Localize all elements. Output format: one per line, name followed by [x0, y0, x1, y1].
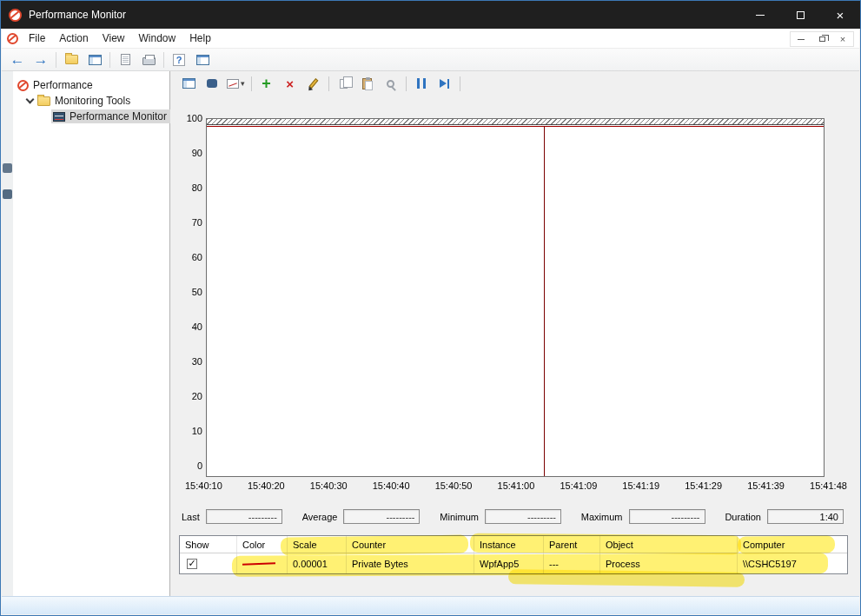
counter-line-private-bytes: [207, 126, 824, 127]
update-data-button[interactable]: [436, 75, 454, 92]
toolbar-separator: [406, 76, 407, 91]
back-arrow-icon: ←: [10, 52, 25, 67]
folder-up-icon: [65, 55, 78, 64]
new-window-button[interactable]: [194, 51, 211, 69]
maximum-label: Maximum: [581, 512, 623, 522]
stats-strip: Last --------- Average --------- Minimum…: [182, 509, 844, 524]
console-tree-icon: [89, 55, 102, 65]
close-icon: ×: [837, 8, 844, 23]
help-icon: ?: [173, 54, 185, 66]
tree-item-monitoring-tools[interactable]: Monitoring Tools: [13, 93, 169, 109]
status-bar: [2, 596, 859, 614]
add-counter-button[interactable]: +: [258, 75, 275, 92]
mdi-window-controls: ×: [790, 31, 854, 47]
toolbar-separator: [460, 76, 460, 91]
toolbar-separator: [163, 52, 164, 68]
mdi-close-button[interactable]: ×: [832, 32, 853, 46]
highlighter-stroke: [738, 535, 835, 553]
menu-app-icon: [7, 33, 18, 44]
forward-button[interactable]: →: [32, 51, 50, 69]
last-value: ---------: [206, 509, 282, 524]
print-button[interactable]: [140, 51, 157, 69]
view-log-data-button[interactable]: [203, 75, 221, 92]
title-bar: Performance Monitor ×: [1, 1, 860, 29]
x-tick-label: 15:40:50: [435, 480, 473, 491]
x-tick-label: 15:41:19: [622, 480, 659, 491]
close-button[interactable]: ×: [820, 1, 860, 29]
menu-file[interactable]: File: [22, 30, 52, 47]
x-tick-label: 15:41:00: [498, 480, 535, 491]
tree-item-label: Monitoring Tools: [55, 95, 130, 107]
delete-x-icon: ×: [286, 77, 294, 90]
chevron-down-icon[interactable]: [26, 95, 35, 103]
y-tick-label: 80: [192, 182, 202, 193]
zoom-button[interactable]: [382, 75, 400, 92]
y-tick-label: 50: [192, 287, 202, 297]
step-forward-icon: [440, 79, 449, 89]
y-tick-label: 0: [197, 460, 202, 471]
current-activity-icon: [182, 78, 195, 89]
plus-icon: +: [262, 76, 271, 91]
menu-window[interactable]: Window: [132, 30, 183, 47]
duration-label: Duration: [725, 512, 761, 522]
help-button[interactable]: ?: [170, 51, 188, 69]
copy-properties-button[interactable]: [335, 75, 353, 92]
average-label: Average: [302, 512, 338, 522]
up-one-level-button[interactable]: [63, 51, 80, 69]
mdi-minimize-button[interactable]: [791, 32, 811, 46]
tree-item-performance-monitor[interactable]: Performance Monitor: [13, 109, 169, 124]
minimize-icon: [798, 39, 805, 40]
cell-show: [180, 553, 237, 573]
view-current-activity-button[interactable]: [180, 75, 197, 92]
toolbar-separator: [328, 76, 329, 91]
console-window-icon: [196, 55, 209, 65]
main-toolbar: ← → ?: [2, 49, 859, 71]
export-list-button[interactable]: [116, 51, 134, 69]
menu-help[interactable]: Help: [182, 30, 218, 47]
change-graph-type-button[interactable]: ▾: [227, 75, 245, 92]
maximize-button[interactable]: [780, 1, 820, 29]
toolbar-separator: [56, 52, 56, 68]
forward-arrow-icon: →: [34, 52, 49, 67]
tree-item-performance-root[interactable]: Performance: [13, 77, 169, 93]
tree-item-label: Performance: [33, 79, 93, 91]
tree-item-label: Performance Monitor: [70, 110, 167, 123]
show-console-tree-button[interactable]: [86, 51, 103, 69]
selected-tree-item[interactable]: Performance Monitor: [51, 109, 170, 123]
minimize-button[interactable]: [740, 1, 780, 29]
performance-monitor-icon: [53, 112, 65, 122]
show-checkbox[interactable]: [187, 559, 197, 569]
delete-counter-button[interactable]: ×: [281, 75, 299, 92]
menu-bar: File Action View Window Help ×: [2, 29, 859, 49]
paste-clipboard-icon: [362, 78, 372, 89]
maximize-icon: [797, 11, 805, 19]
copy-icon: [340, 79, 348, 89]
freeze-display-button[interactable]: [413, 75, 430, 92]
toolbar-separator: [109, 52, 110, 68]
header-show[interactable]: Show: [180, 536, 237, 553]
y-tick-label: 60: [192, 252, 202, 262]
printer-icon: [142, 57, 156, 65]
menu-action[interactable]: Action: [52, 30, 95, 47]
chart-top-hatch: [207, 119, 824, 125]
paste-counter-list-button[interactable]: [359, 75, 376, 92]
performance-monitor-window: Performance Monitor × File Action View W…: [0, 0, 861, 616]
dropdown-caret-icon: ▾: [241, 79, 245, 88]
highlight-button[interactable]: [305, 75, 322, 92]
performance-icon: [17, 80, 29, 91]
back-button[interactable]: ←: [9, 51, 26, 69]
y-axis: 100 90 80 70 60 50 40 30 20 10 0: [173, 113, 202, 471]
mdi-restore-button[interactable]: [811, 32, 832, 46]
document-icon: [121, 54, 130, 65]
chart-plot-area: [206, 118, 825, 477]
close-icon: ×: [840, 34, 845, 44]
timeline-marker: [544, 126, 545, 476]
background-artifact-icon: [3, 189, 12, 199]
x-axis: 15:40:10 15:40:20 15:40:30 15:40:40 15:4…: [185, 480, 847, 491]
background-artifact-icon: [3, 163, 12, 173]
menu-view[interactable]: View: [96, 30, 132, 47]
highlighter-stroke: [508, 569, 745, 587]
x-tick-label: 15:40:20: [248, 480, 285, 491]
window-title: Performance Monitor: [29, 9, 126, 21]
highlight-pen-icon: [308, 78, 318, 89]
